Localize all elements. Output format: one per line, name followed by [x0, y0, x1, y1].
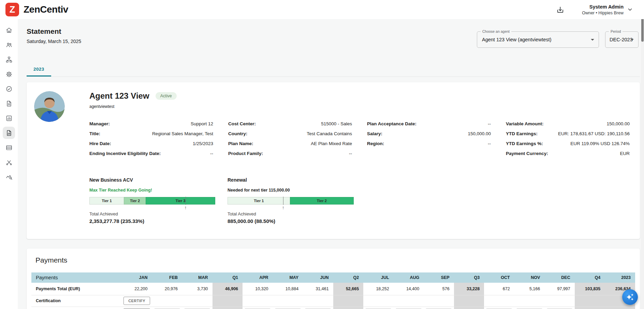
- sidebar-item-statement[interactable]: [3, 127, 15, 139]
- sidebar-item-query-stats[interactable]: [3, 171, 15, 183]
- query-stats-icon: [5, 173, 13, 181]
- detail-row: Manager:Support 12: [89, 121, 213, 131]
- table-cell: 20,976: [152, 283, 182, 295]
- document-icon: [5, 100, 13, 107]
- ai-assistant-fab[interactable]: [622, 289, 638, 305]
- table-cell: 576: [424, 283, 454, 295]
- row-label: Certification: [31, 295, 122, 307]
- chevron-down-icon: [630, 39, 634, 41]
- sidebar-item-settings[interactable]: [3, 68, 15, 80]
- table-cell: [152, 295, 182, 307]
- detail-value: --: [488, 121, 491, 126]
- status-badge: Active: [156, 92, 177, 100]
- progress-section: New Business ACVMax Tier Reached Keep Go…: [89, 177, 216, 224]
- detail-row: Region:--: [367, 141, 491, 151]
- table-cell: UNPUBLISH: [303, 307, 333, 309]
- table-header-JUN: JUN: [303, 272, 333, 283]
- chevron-down-icon: [627, 6, 633, 13]
- table-cell: UNPUBLISH: [424, 307, 454, 309]
- sidebar-item-check-circle[interactable]: [3, 83, 15, 95]
- chevron-down-icon: [591, 39, 594, 41]
- table-header-SEP: SEP: [424, 272, 454, 283]
- table-cell: 31,461: [303, 283, 333, 295]
- detail-label: Country:: [228, 131, 247, 136]
- page-date: Saturday, March 15, 2025: [27, 39, 81, 44]
- sidebar-item-chart-box[interactable]: [3, 112, 15, 124]
- table-cell: [243, 295, 273, 307]
- period-select[interactable]: Period DEC-2023: [605, 31, 639, 48]
- table-cell: UNPUBLISH: [152, 307, 182, 309]
- tab-bar: 2023: [27, 63, 640, 77]
- user-menu[interactable]: System Admin Owner • Hippies Brew: [582, 4, 633, 15]
- detail-label: YTD Earnings:: [506, 131, 538, 136]
- table-row: CertificationCERTIFY: [31, 295, 635, 307]
- detail-column: Cost Center:515000 - SalesCountry:Test C…: [228, 121, 352, 161]
- detail-column: Plan Acceptance Date:--Salary:150,000.00…: [367, 121, 491, 161]
- user-name: System Admin: [582, 4, 624, 10]
- detail-value: EUR: 178,631.67 USD: 190,110.56: [558, 131, 630, 136]
- download-button[interactable]: [556, 6, 564, 14]
- progress-title: Renewal: [228, 177, 354, 183]
- achievement-arrow-icon: ↑: [282, 205, 284, 210]
- table-cell: UNPUBLISH: [514, 307, 545, 309]
- brand[interactable]: Z ZenCentiv: [5, 3, 68, 16]
- table-cell: UNPUBLISH: [484, 307, 514, 309]
- table-cell: 103,835: [575, 283, 605, 295]
- table-header-DEC: DEC: [544, 272, 575, 283]
- table-cell: [514, 295, 545, 307]
- table-cell: 97,997: [544, 283, 575, 295]
- detail-row: Product Family:--: [228, 151, 352, 161]
- sidebar-item-scissors[interactable]: [3, 156, 15, 168]
- progress-message: Needed for next tier 115,000.00: [228, 188, 354, 193]
- table-header-MAR: MAR: [182, 272, 213, 283]
- payments-title: Payments: [31, 256, 635, 264]
- check-circle-icon: [5, 85, 13, 93]
- achievement-marker-line: [283, 197, 283, 205]
- table-header-row: PaymentsJANFEBMARQ1APRMAYJUNQ2JULAUGSEPQ…: [31, 272, 635, 283]
- sidebar-item-people[interactable]: [3, 39, 15, 51]
- table-cell: 46,906: [213, 283, 243, 295]
- payments-table: PaymentsJANFEBMARQ1APRMAYJUNQ2JULAUGSEPQ…: [31, 272, 635, 309]
- table-cell: UNPUBLISH: [544, 307, 575, 309]
- sidebar-item-document[interactable]: [3, 97, 15, 110]
- agent-select-label: Choose an agent: [481, 29, 511, 33]
- total-achieved-label: Total Achieved: [89, 211, 216, 216]
- table-header-FEB: FEB: [152, 272, 182, 283]
- progress-row: New Business ACVMax Tier Reached Keep Go…: [89, 177, 630, 224]
- table-header-payments: Payments: [31, 272, 122, 283]
- agent-select-value: Agent 123 View (agentviewtest): [482, 37, 552, 42]
- detail-value: EUR: [620, 151, 630, 156]
- table-cell: [544, 295, 575, 307]
- sidebar-item-hierarchy[interactable]: [3, 53, 15, 66]
- user-subtitle: Owner • Hippies Brew: [582, 11, 624, 15]
- agent-select[interactable]: Choose an agent Agent 123 View (agentvie…: [477, 31, 599, 48]
- detail-label: YTD Earnings %:: [506, 141, 543, 146]
- table-header-MAY: MAY: [273, 272, 303, 283]
- agent-username: agentviewtest: [89, 104, 630, 109]
- table-cell: CERTIFY: [122, 295, 152, 307]
- detail-label: Ending Incentive Eligibility Date:: [89, 151, 161, 156]
- detail-row: Payment Currency:EUR: [506, 151, 630, 161]
- tab-2023[interactable]: 2023: [27, 63, 51, 76]
- table-cell: [605, 307, 635, 309]
- detail-value: Support 12: [191, 121, 213, 126]
- certify-button[interactable]: CERTIFY: [123, 297, 150, 305]
- table-cell: [454, 295, 484, 307]
- detail-column: Variable Amount:150,000.00YTD Earnings:E…: [506, 121, 630, 161]
- detail-value: EUR 119.09% USD 126.74%: [570, 141, 630, 146]
- table-cell: [273, 295, 303, 307]
- table-header-2023: 2023: [605, 272, 635, 283]
- sparkle-icon: [626, 293, 634, 301]
- agent-name: Agent 123 View: [89, 91, 149, 101]
- sidebar-item-table[interactable]: [3, 141, 15, 154]
- detail-label: Plan Acceptance Date:: [367, 121, 416, 126]
- table-cell: [575, 295, 605, 307]
- table-cell: [182, 295, 213, 307]
- tier-segment: Tier 3: [146, 197, 215, 205]
- table-cell: [394, 295, 424, 307]
- table-cell: UNPUBLISH: [182, 307, 213, 309]
- payments-card: Payments PaymentsJANFEBMARQ1APRMAYJUNQ2J…: [27, 249, 640, 309]
- table-cell: UNPUBLISH: [273, 307, 303, 309]
- sidebar-item-home[interactable]: [3, 24, 15, 36]
- table-header-Q1: Q1: [213, 272, 243, 283]
